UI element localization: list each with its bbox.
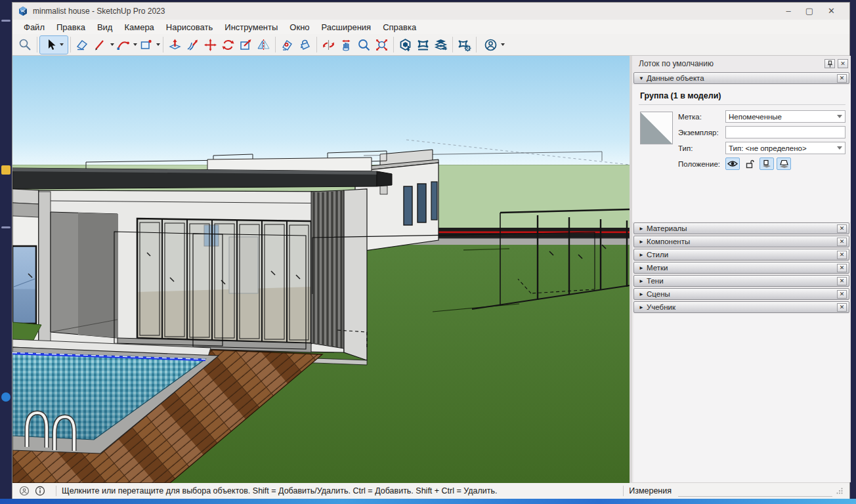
- zoom-lens-icon[interactable]: [16, 36, 34, 54]
- menu-window[interactable]: Окно: [284, 21, 315, 33]
- 3d-warehouse-button[interactable]: [396, 36, 414, 54]
- arc-tool-button[interactable]: [114, 36, 132, 54]
- entity-info-subtitle: Группа (1 в модели): [640, 91, 845, 100]
- tray-title: Лоток по умолчанию: [639, 59, 822, 68]
- status-separator: [56, 486, 56, 496]
- instance-input[interactable]: [725, 126, 845, 138]
- menu-extensions[interactable]: Расширения: [316, 21, 377, 33]
- section-scenes-close[interactable]: ✕: [837, 290, 847, 299]
- desktop-app-icon: [1, 392, 11, 402]
- section-components-label: Компоненты: [647, 238, 837, 245]
- extension-warehouse-button[interactable]: [414, 36, 432, 54]
- tray-close-button[interactable]: ✕: [838, 59, 848, 68]
- select-arrow-icon: [45, 38, 58, 52]
- section-scenes[interactable]: ► Сцены ✕: [633, 288, 849, 300]
- cast-shadows-toggle[interactable]: [760, 158, 774, 170]
- chevron-down-icon: [837, 115, 842, 118]
- zoom-tool-button[interactable]: [355, 36, 373, 54]
- menu-draw[interactable]: Нарисовать: [160, 21, 219, 33]
- section-collapsed-arrow-icon[interactable]: ►: [639, 226, 647, 232]
- tray-header: Лоток по умолчанию ✕: [632, 56, 851, 72]
- move-tool-button[interactable]: [202, 36, 219, 54]
- line-tool-button[interactable]: [91, 36, 109, 54]
- window-title: minmalist house - SketchUp Pro 2023: [33, 7, 786, 16]
- section-styles-close[interactable]: ✕: [837, 251, 847, 259]
- section-components[interactable]: ► Компоненты ✕: [633, 236, 849, 247]
- select-dropdown-caret[interactable]: [60, 43, 64, 46]
- section-tags-close[interactable]: ✕: [837, 264, 847, 272]
- pan-tool-button[interactable]: [337, 36, 355, 54]
- label-dropdown[interactable]: Непомеченные: [725, 110, 845, 123]
- measurements-input[interactable]: [678, 486, 832, 497]
- section-collapsed-arrow-icon[interactable]: ►: [639, 291, 647, 297]
- section-shadows-close[interactable]: ✕: [837, 277, 847, 285]
- desktop-folder-icon: [1, 165, 11, 175]
- tape-measure-tool-button[interactable]: [278, 36, 296, 54]
- geolocation-icon[interactable]: [19, 486, 30, 496]
- chevron-down-icon: [837, 146, 842, 150]
- zoom-extents-tool-button[interactable]: [373, 36, 391, 54]
- minimize-button[interactable]: –: [786, 6, 791, 16]
- menu-bar: Файл Правка Вид Камера Нарисовать Инстру…: [12, 20, 849, 34]
- section-styles[interactable]: ► Стили ✕: [633, 249, 849, 261]
- select-tool-button[interactable]: [40, 36, 68, 54]
- section-collapsed-arrow-icon[interactable]: ►: [639, 304, 647, 310]
- section-shadows[interactable]: ► Тени ✕: [633, 275, 849, 287]
- type-dropdown[interactable]: Тип: <не определено>: [725, 142, 845, 154]
- follow-me-tool-button[interactable]: [184, 36, 202, 54]
- section-tags[interactable]: ► Метки ✕: [633, 262, 849, 274]
- send-to-layout-button[interactable]: [432, 36, 450, 54]
- section-styles-label: Стили: [647, 251, 837, 259]
- menu-tools[interactable]: Инструменты: [219, 21, 284, 33]
- eraser-tool-button[interactable]: [74, 36, 91, 54]
- rotate-tool-button[interactable]: [219, 36, 237, 54]
- label-field-name: Метка:: [678, 113, 725, 121]
- section-expanded-arrow-icon[interactable]: ▼: [639, 75, 647, 81]
- menu-edit[interactable]: Правка: [51, 21, 91, 33]
- menu-view[interactable]: Вид: [91, 21, 119, 33]
- account-button[interactable]: [482, 36, 500, 54]
- extension-manager-button[interactable]: [456, 36, 473, 54]
- section-instructor-close[interactable]: ✕: [837, 303, 847, 312]
- section-collapsed-arrow-icon[interactable]: ►: [639, 239, 647, 245]
- section-entity-info-header[interactable]: ▼ Данные объекта ✕: [633, 72, 849, 84]
- visible-eye-toggle[interactable]: [725, 158, 740, 170]
- receive-shadows-toggle[interactable]: [777, 158, 791, 170]
- entity-info-body: Группа (1 в модели) Метка: Непомеченные: [632, 85, 851, 222]
- resize-grip[interactable]: [836, 488, 843, 494]
- section-materials-close[interactable]: ✕: [837, 224, 847, 233]
- orbit-tool-button[interactable]: [320, 36, 337, 54]
- maximize-button[interactable]: ▢: [805, 6, 813, 16]
- paint-bucket-tool-button[interactable]: [296, 36, 314, 54]
- lock-toggle[interactable]: [742, 158, 757, 170]
- section-instructor[interactable]: ► Учебник ✕: [633, 301, 849, 313]
- sky: [12, 56, 630, 167]
- status-bar: Щелкните или перетащите для выбора объек…: [12, 482, 849, 499]
- instructor-info-icon[interactable]: [35, 486, 45, 496]
- close-button[interactable]: ✕: [828, 6, 835, 16]
- scale-tool-button[interactable]: [237, 36, 255, 54]
- tray-pin-button[interactable]: [824, 59, 835, 68]
- sketchup-window: minmalist house - SketchUp Pro 2023 – ▢ …: [12, 2, 850, 499]
- section-materials[interactable]: ► Материалы ✕: [633, 222, 849, 234]
- model-viewport[interactable]: [12, 56, 630, 483]
- push-pull-tool-button[interactable]: [166, 36, 184, 54]
- rectangle-tool-button[interactable]: [137, 36, 155, 54]
- section-scenes-label: Сцены: [647, 290, 837, 298]
- account-dropdown-caret[interactable]: [501, 43, 505, 46]
- menu-file[interactable]: Файл: [18, 21, 51, 33]
- section-entity-info-close[interactable]: ✕: [837, 74, 847, 83]
- menu-help[interactable]: Справка: [377, 21, 422, 33]
- status-hint-text: Щелкните или перетащите для выбора объек…: [62, 486, 497, 495]
- section-collapsed-arrow-icon[interactable]: ►: [639, 278, 647, 284]
- section-collapsed-arrow-icon[interactable]: ►: [639, 265, 647, 271]
- section-components-close[interactable]: ✕: [837, 238, 847, 246]
- menu-camera[interactable]: Камера: [118, 21, 160, 33]
- section-collapsed-arrow-icon[interactable]: ►: [639, 252, 647, 258]
- pin-icon: [827, 60, 833, 68]
- rectangle-dropdown-caret[interactable]: [156, 43, 160, 46]
- flip-tool-button[interactable]: [255, 36, 272, 54]
- desktop-right-strip: [850, 0, 856, 504]
- section-materials-label: Материалы: [647, 224, 837, 232]
- desktop-taskbar-strip: [0, 499, 856, 504]
